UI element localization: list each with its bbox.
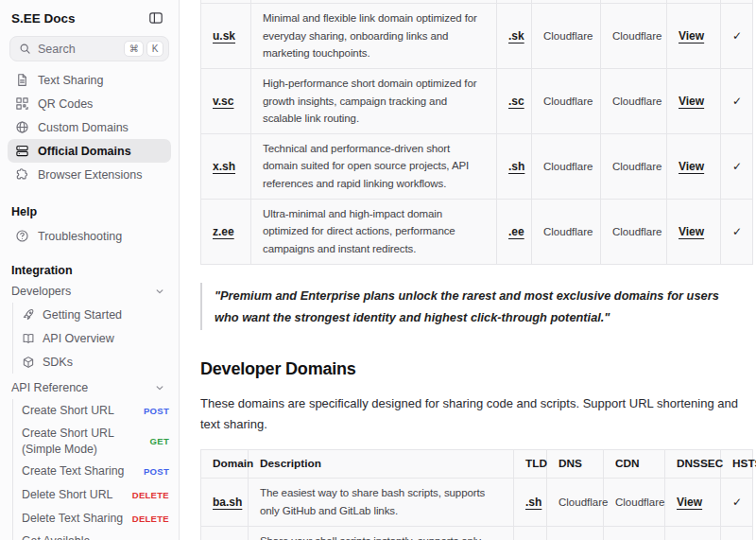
dns-value: Cloudflare (547, 526, 604, 540)
domain-link[interactable]: v.sc (213, 95, 233, 108)
developer-domains-heading: Developer Domains (200, 359, 752, 379)
group-label: Developers (11, 285, 71, 298)
sidebar-item-delete-text-sharing[interactable]: Delete Text Sharing DELETE (13, 507, 179, 531)
cdn-value: Cloudflare (604, 478, 665, 526)
developer-domains-table: Domain Description TLD DNS CDN DNSSEC HS… (200, 449, 753, 540)
domain-link[interactable]: u.sk (213, 29, 235, 43)
table-row: x.sh Technical and performance-driven sh… (201, 133, 753, 199)
dnssec-view-link[interactable]: View (679, 160, 704, 173)
sidebar-item-troubleshooting[interactable]: Troubleshooting (8, 224, 171, 248)
group-label: API Reference (11, 381, 88, 394)
premium-quote: "Premium and Enterprise plans unlock the… (200, 283, 735, 330)
sidebar-item-api-overview[interactable]: API Overview (13, 326, 179, 350)
sidebar-item-custom-domains[interactable]: Custom Domains (8, 115, 171, 139)
sidebar-nav: Text Sharing QR Codes Custom Domains Off… (0, 68, 179, 186)
package-icon (22, 356, 35, 369)
tld-link[interactable]: .ee (508, 225, 524, 238)
app-window: S.EE Docs Search ⌘ K Text Sharing (0, 0, 756, 540)
server-icon (15, 144, 29, 158)
hsts-check: ✓ (721, 68, 753, 133)
domain-description: Minimal and flexible link domain optimiz… (251, 4, 497, 69)
search-icon (19, 43, 31, 55)
rocket-icon (22, 308, 35, 322)
api-item-label: Create Text Sharing (22, 463, 124, 479)
globe-icon (15, 120, 29, 134)
domain-description: High-performance short domain optimized … (251, 68, 497, 133)
sidebar-item-label: Custom Domains (38, 121, 129, 134)
method-badge: DELETE (132, 514, 169, 524)
hsts-check: ✓ (721, 526, 753, 540)
sidebar-item-sdks[interactable]: SDKs (13, 350, 179, 374)
dnssec-view-link[interactable]: View (679, 95, 704, 108)
api-item-label: Delete Short URL (22, 487, 112, 503)
sidebar-item-delete-short-url[interactable]: Delete Short URL DELETE (13, 483, 179, 507)
sidebar-group-api-reference[interactable]: API Reference (8, 375, 171, 399)
domain-link[interactable]: ba.sh (213, 496, 242, 509)
search-input[interactable]: Search ⌘ K (9, 36, 169, 61)
dns-value: Cloudflare (532, 4, 601, 69)
dns-value: Cloudflare (532, 133, 601, 199)
dnssec-view-link[interactable]: View (679, 29, 704, 43)
column-header: HSTS (721, 449, 753, 478)
sidebar-item-label: Official Domains (38, 145, 131, 158)
sidebar-item-browser-extensions[interactable]: Browser Extensions (8, 163, 171, 186)
book-open-icon (22, 332, 35, 345)
column-header: Description (249, 449, 514, 478)
cdn-value: Cloudflare (604, 526, 665, 540)
main-content: u.sk Minimal and flexible link domain op… (180, 0, 756, 540)
official-domains-table: u.sk Minimal and flexible link domain op… (200, 0, 753, 265)
column-header: Domain (201, 449, 249, 478)
dnssec-view-link[interactable]: View (677, 496, 702, 509)
tld-link[interactable]: .sh (525, 496, 541, 509)
cdn-value: Cloudflare (601, 133, 667, 199)
tld-link[interactable]: .sc (508, 95, 524, 108)
table-row: u.sk Minimal and flexible link domain op… (201, 4, 753, 69)
hsts-check: ✓ (721, 4, 753, 69)
sidebar-heading-integration: Integration (0, 264, 179, 277)
domain-description: Share your shell scripts instantly, supp… (249, 526, 514, 540)
domain-link[interactable]: z.ee (213, 225, 234, 238)
sidebar-item-label: Troubleshooting (38, 230, 122, 243)
column-header: CDN (604, 449, 665, 478)
hsts-check: ✓ (721, 199, 753, 264)
cdn-value: Cloudflare (601, 199, 667, 264)
api-item-label: Create Short URL (Simple Mode) (22, 426, 131, 457)
method-badge: POST (144, 466, 169, 477)
table-header-row: Domain Description TLD DNS CDN DNSSEC HS… (201, 449, 753, 478)
developers-sub-list: Getting Started API Overview SDKs (12, 303, 179, 374)
sidebar-item-label: SDKs (43, 356, 73, 369)
domain-description: The easiest way to share bash scripts, s… (249, 478, 514, 526)
developer-domains-intro: These domains are specifically designed … (200, 393, 750, 435)
sidebar-item-official-domains[interactable]: Official Domains (8, 139, 171, 163)
api-item-label: Create Short URL (22, 403, 114, 419)
domain-description: Technical and performance-driven short d… (251, 133, 497, 199)
api-item-label: Get Available Domains for (22, 533, 131, 540)
column-header: DNS (547, 449, 604, 478)
domain-description: Ultra-minimal and high-impact domain opt… (251, 199, 497, 264)
cmd-keycap: ⌘ (124, 41, 144, 57)
domain-link[interactable]: x.sh (213, 160, 235, 173)
sidebar-item-text-sharing[interactable]: Text Sharing (8, 68, 171, 92)
cdn-value: Cloudflare (601, 68, 667, 133)
chevron-down-icon (154, 286, 165, 297)
file-icon (15, 73, 29, 87)
sidebar-item-get-available-domains[interactable]: Get Available Domains for GET (13, 531, 179, 540)
qr-code-icon (15, 96, 29, 111)
sidebar-group-developers[interactable]: Developers (8, 279, 171, 303)
sidebar-toggle-button[interactable] (148, 9, 165, 26)
table-row: z.sh Share your shell scripts instantly,… (201, 526, 753, 540)
column-header: DNSSEC (665, 449, 721, 478)
dnssec-view-link[interactable]: View (679, 225, 704, 238)
sidebar-item-create-short-url[interactable]: Create Short URL POST (13, 399, 179, 423)
k-keycap: K (146, 41, 163, 57)
sidebar-item-create-short-url-simple[interactable]: Create Short URL (Simple Mode) GET (13, 423, 179, 460)
cdn-value: Cloudflare (601, 4, 667, 69)
table-row: v.sc High-performance short domain optim… (201, 68, 753, 133)
method-badge: DELETE (132, 490, 169, 500)
tld-link[interactable]: .sh (508, 160, 524, 173)
sidebar-item-qr-codes[interactable]: QR Codes (8, 92, 171, 115)
sidebar-item-create-text-sharing[interactable]: Create Text Sharing POST (13, 460, 179, 483)
sidebar-item-getting-started[interactable]: Getting Started (13, 303, 179, 326)
sidebar-item-label: Text Sharing (38, 74, 103, 87)
tld-link[interactable]: .sk (508, 29, 524, 43)
